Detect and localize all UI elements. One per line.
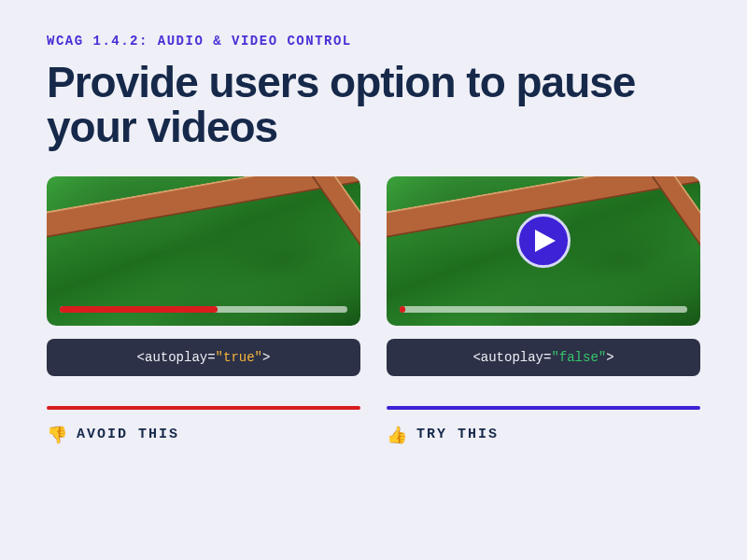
- verdict-try: 👍 TRY THIS: [387, 425, 700, 445]
- code-value: "false": [551, 350, 606, 365]
- video-progress-fill: [60, 306, 218, 313]
- page-title: Provide users option to pause your video…: [47, 60, 700, 150]
- code-prefix: <autoplay=: [472, 350, 551, 365]
- code-snippet-avoid: <autoplay="true">: [47, 339, 360, 376]
- divider-try: [387, 406, 700, 410]
- road-graphic: [262, 176, 360, 326]
- road-graphic: [47, 176, 360, 253]
- thumbs-down-icon: 👎: [47, 425, 67, 445]
- divider-avoid: [47, 406, 360, 410]
- play-button[interactable]: [516, 214, 571, 268]
- video-progress-fill: [400, 306, 405, 313]
- video-thumbnail-try: [387, 176, 700, 326]
- verdict-label: AVOID THIS: [77, 427, 179, 442]
- verdict-label: TRY THIS: [416, 427, 499, 442]
- example-row: <autoplay="true"> 👎 AVOID THIS <autoplay…: [47, 176, 700, 445]
- video-progress-track[interactable]: [60, 306, 347, 313]
- svg-marker-0: [535, 230, 556, 252]
- verdict-avoid: 👎 AVOID THIS: [47, 425, 360, 445]
- road-graphic: [602, 176, 700, 326]
- example-avoid: <autoplay="true"> 👎 AVOID THIS: [47, 176, 360, 445]
- play-icon: [535, 230, 556, 252]
- code-value: "true": [216, 350, 262, 365]
- code-suffix: >: [262, 350, 270, 365]
- video-thumbnail-avoid: [47, 176, 360, 326]
- example-try: <autoplay="false"> 👍 TRY THIS: [387, 176, 700, 445]
- code-snippet-try: <autoplay="false">: [387, 339, 700, 376]
- code-suffix: >: [606, 350, 613, 365]
- code-prefix: <autoplay=: [137, 350, 216, 365]
- video-progress-track[interactable]: [400, 306, 687, 313]
- wcag-eyebrow: WCAG 1.4.2: AUDIO & VIDEO CONTROL: [47, 34, 700, 49]
- thumbs-up-icon: 👍: [387, 425, 407, 445]
